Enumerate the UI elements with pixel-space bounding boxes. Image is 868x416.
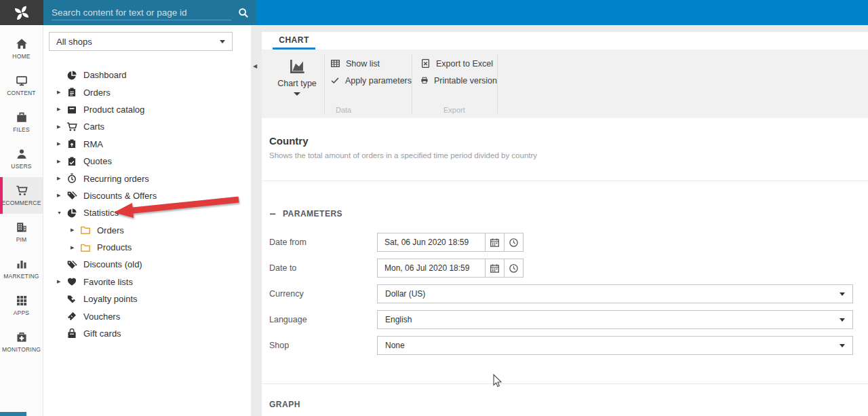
export-group-label: Export [443,106,465,114]
chart-type-button[interactable]: Chart type [270,50,324,118]
tree-item-orders[interactable]: ▶Orders [43,222,251,239]
export-to-excel-button[interactable]: Export to Excel [420,55,497,72]
ecommerce-admin-app: HOMECONTENTFILESUSERSECOMMERCEPIMMARKETI… [0,0,868,416]
shop-selector-value: All shops [56,37,92,47]
main-top-strip [262,25,868,32]
printable-version-button[interactable]: Printable version [420,72,497,89]
building-icon [16,221,28,233]
collapse-panel-arrow-icon[interactable]: ◀ [253,63,257,69]
module-rail: HOMECONTENTFILESUSERSECOMMERCEPIMMARKETI… [0,25,43,416]
report-header: Country Shows the total amount of orders… [269,135,853,159]
param-control: Dollar (US) [377,284,853,303]
param-row-currency: CurrencyDollar (US) [269,284,853,303]
tree-item-discounts-offers[interactable]: ▶Discounts & Offers [43,187,251,204]
caret-right-icon[interactable]: ▶ [68,227,80,233]
rail-item-marketing[interactable]: MARKETING [0,250,43,287]
medkit-icon [16,331,28,343]
shop-selector[interactable]: All shops [49,32,233,51]
ribbon-divider [412,54,412,113]
shopping-cart-icon [16,185,28,197]
caret-down-icon[interactable]: ▼ [54,210,66,215]
caret-right-icon[interactable]: ▶ [54,107,66,112]
folder-icon [80,225,91,235]
date-from-input[interactable] [377,233,486,252]
tree-item-icon-wrap [66,311,80,322]
tree-item-label: Products [97,242,132,252]
param-control [377,233,853,252]
tree-item-vouchers[interactable]: Vouchers [43,307,251,324]
search-input[interactable] [52,5,231,20]
param-row-shop: ShopNone [269,336,853,355]
caret-right-icon[interactable]: ▶ [54,176,66,181]
bar-chart-icon [16,258,28,270]
rail-item-home[interactable]: HOME [0,31,43,67]
tree-item-discounts-old[interactable]: Discounts (old) [43,256,251,273]
caret-right-icon[interactable]: ▶ [54,124,66,130]
user-icon [16,148,28,160]
tree-item-rma[interactable]: ▶RMA [43,136,251,153]
date-to-time-button[interactable] [505,259,524,278]
tree-item-quotes[interactable]: ▶Quotes [43,153,251,170]
printable-version-label: Printable version [434,76,497,86]
parameters-section-toggle[interactable]: PARAMETERS [269,209,853,219]
chevron-down-icon [840,318,845,322]
rail-item-pim[interactable]: PIM [0,214,43,250]
tree-item-loyalty-points[interactable]: Loyalty points [43,290,251,307]
rail-item-users[interactable]: USERS [0,140,43,177]
search-button[interactable] [231,0,256,25]
search-icon [238,7,249,18]
tree-item-carts[interactable]: ▶Carts [43,118,251,135]
home-icon [16,38,28,50]
tree-item-favorite-lists[interactable]: ▶Favorite lists [43,273,251,290]
caret-right-icon[interactable]: ▶ [54,193,66,198]
app-grid-icon [16,295,28,307]
tree-item-statistics[interactable]: ▼Statistics [43,204,251,221]
caret-right-icon[interactable]: ▶ [54,279,66,284]
rail-item-monitoring[interactable]: MONITORING [0,324,43,360]
tab-chart[interactable]: CHART [273,32,315,50]
date-to-input[interactable] [377,259,486,278]
date-from-calendar-button[interactable] [486,233,505,252]
pie-chart-icon [66,208,77,219]
param-label: Currency [269,289,377,299]
tree-item-recurring-orders[interactable]: ▶Recurring orders [43,170,251,187]
language-select[interactable]: English [377,310,853,329]
tree-item-icon-wrap [66,276,80,288]
date-to-calendar-button[interactable] [486,259,505,278]
ticket-icon [66,311,77,322]
rail-item-content[interactable]: CONTENT [0,67,43,104]
clipboard-arrow-icon [66,138,77,149]
ribbon-toolbar: Chart type Show list Apply parameters Da… [262,50,868,118]
rail-item-ecommerce[interactable]: ECOMMERCE [0,177,43,214]
app-logo[interactable] [0,0,43,25]
tree-item-dashboard[interactable]: Dashboard [43,67,251,83]
tree-item-products[interactable]: ▶Products [43,239,251,256]
tree-item-label: Product catalog [83,105,144,115]
rail-item-files[interactable]: FILES [0,104,43,140]
show-list-button[interactable]: Show list [330,55,412,72]
chevron-down-icon [840,344,845,347]
export-to-excel-label: Export to Excel [436,59,493,69]
report-title: Country [269,135,853,147]
caret-right-icon[interactable]: ▶ [54,90,66,95]
tree-item-orders[interactable]: ▶Orders [43,83,251,100]
export-group: Export to Excel Printable version Export [412,50,497,118]
tree-item-label: RMA [83,139,103,149]
date-from-time-button[interactable] [505,233,524,252]
briefcase-icon [16,111,28,124]
rail-item-label: HOME [12,53,30,60]
tree-item-product-catalog[interactable]: ▶Product catalog [43,101,251,118]
shop-select[interactable]: None [377,336,853,355]
tree-item-gift-cards[interactable]: Gift cards [43,325,251,342]
pinwheel-logo-icon [13,4,31,22]
caret-right-icon[interactable]: ▶ [68,245,80,250]
caret-right-icon[interactable]: ▶ [54,159,66,164]
currency-select[interactable]: Dollar (US) [377,284,853,303]
clipboard-check-icon [66,156,77,167]
rail-item-apps[interactable]: APPS [0,287,43,324]
caret-right-icon[interactable]: ▶ [54,141,66,147]
panel-gutter: ◀ [251,25,262,416]
apply-parameters-button[interactable]: Apply parameters [330,72,412,89]
bottom-left-blue-bar [0,412,26,416]
tree-item-icon-wrap [66,155,80,167]
